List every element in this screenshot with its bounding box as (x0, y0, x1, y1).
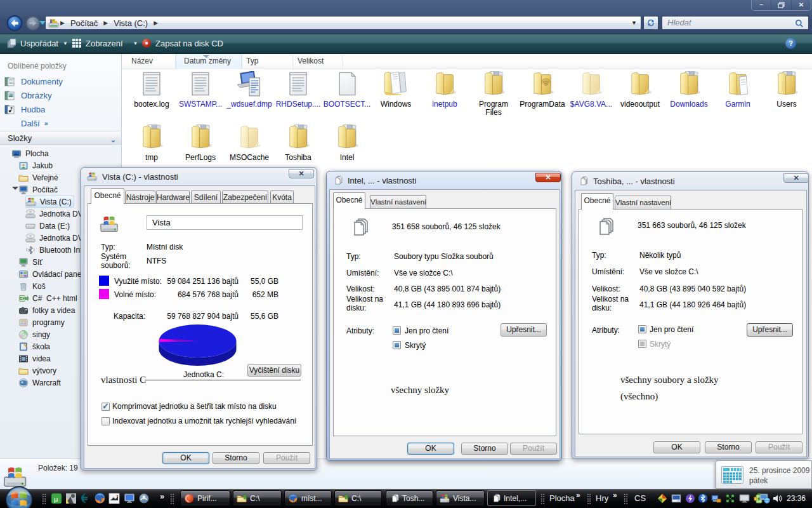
svg-text:μ: μ (54, 495, 58, 503)
